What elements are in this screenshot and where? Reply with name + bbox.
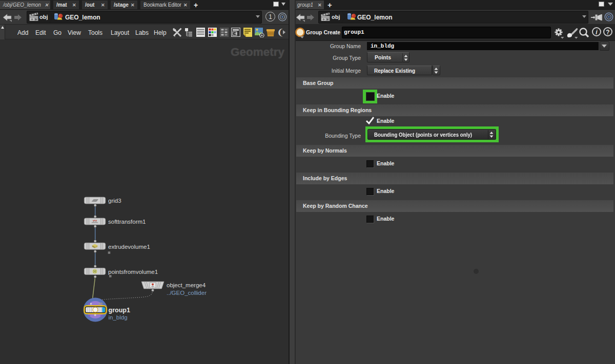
svg-text:group1: group1 bbox=[109, 307, 130, 314]
svg-text:in_bldg: in_bldg bbox=[109, 314, 128, 320]
svg-text:../GEO_collider: ../GEO_collider bbox=[167, 290, 207, 296]
svg-text:grid3: grid3 bbox=[108, 198, 121, 204]
svg-text:extrudevolume1: extrudevolume1 bbox=[108, 244, 150, 250]
svg-text:object_merge4: object_merge4 bbox=[167, 282, 206, 288]
svg-text:softtransform1: softtransform1 bbox=[108, 219, 146, 225]
svg-text:pointsfromvolume1: pointsfromvolume1 bbox=[108, 269, 158, 275]
